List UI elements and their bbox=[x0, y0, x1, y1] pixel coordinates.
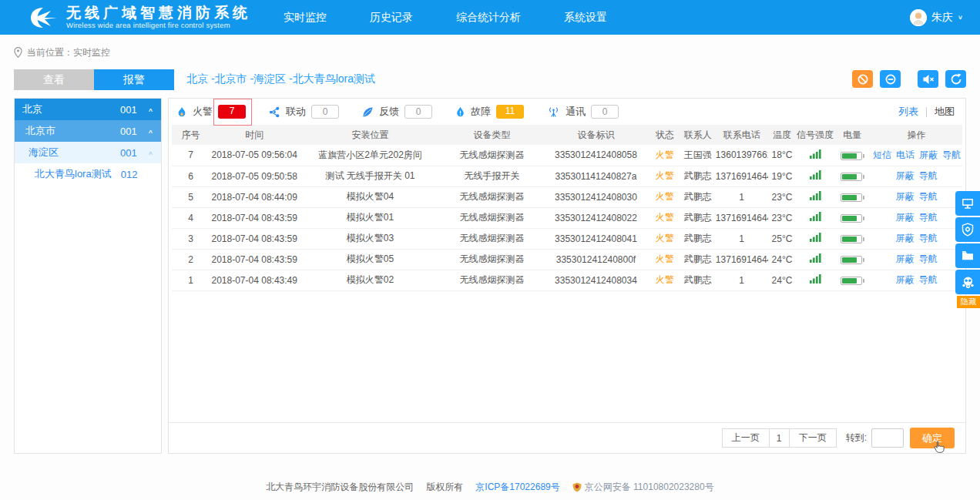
tree-item-2[interactable]: 海淀区001∧ bbox=[15, 142, 161, 163]
tree-item-1[interactable]: 北京市001∧ bbox=[15, 120, 161, 142]
battery-icon bbox=[841, 214, 862, 223]
refresh-button[interactable] bbox=[945, 70, 966, 88]
tree-item-3[interactable]: 北大青鸟lora测试012 bbox=[15, 163, 161, 185]
filter-联动[interactable]: 联动0 bbox=[269, 105, 339, 119]
filter-火警[interactable]: 火警7 bbox=[176, 105, 246, 119]
goto-page-input[interactable] bbox=[871, 428, 904, 448]
next-page-button[interactable]: 下一页 bbox=[789, 428, 837, 448]
cell-actions: 屏蔽导航 bbox=[871, 166, 962, 186]
view-switch-divider bbox=[926, 107, 927, 117]
filter-label: 联动 bbox=[286, 105, 306, 119]
view-map-link[interactable]: 地图 bbox=[935, 105, 955, 119]
hide-toolbar-button[interactable]: 隐藏 bbox=[957, 296, 980, 308]
cell-actions: 屏蔽导航 bbox=[871, 270, 962, 290]
action-link-导航[interactable]: 导航 bbox=[918, 253, 937, 264]
alarm-table: 序号时间安装位置设备类型设备标识状态联系人联系电话温度信号强度电量操作 7201… bbox=[172, 125, 962, 291]
folder-button[interactable] bbox=[955, 243, 980, 268]
nav-item-3[interactable]: 系统设置 bbox=[564, 11, 607, 25]
cell-seq: 1 bbox=[172, 270, 210, 290]
filter-count-badge: 0 bbox=[404, 105, 432, 119]
monitor-button[interactable] bbox=[955, 191, 980, 216]
feedback-icon bbox=[362, 106, 374, 118]
action-link-电话[interactable]: 电话 bbox=[896, 149, 915, 160]
cell-seq: 6 bbox=[172, 166, 210, 186]
current-page-button[interactable]: 1 bbox=[769, 428, 790, 448]
battery-icon bbox=[841, 235, 862, 243]
tree-item-0[interactable]: 北京001∧ bbox=[15, 99, 161, 120]
action-link-屏蔽[interactable]: 屏蔽 bbox=[895, 253, 914, 264]
action-link-屏蔽[interactable]: 屏蔽 bbox=[895, 170, 914, 181]
cell-status: 火警 bbox=[649, 228, 680, 249]
col-header-2: 安装位置 bbox=[299, 125, 441, 145]
col-header-8: 温度 bbox=[768, 125, 797, 145]
cell-location: 测试 无线手报开关 01 bbox=[299, 166, 441, 186]
action-link-导航[interactable]: 导航 bbox=[918, 212, 937, 223]
col-header-7: 联系电话 bbox=[716, 125, 768, 145]
region-path: 北京 -北京市 -海淀区 -北大青鸟lora测试 bbox=[186, 72, 375, 90]
filter-通讯[interactable]: 通讯0 bbox=[547, 105, 619, 119]
cell-time: 2018-07-05 09:56:04 bbox=[210, 145, 299, 166]
gas-mask-button[interactable] bbox=[955, 270, 980, 294]
icp-link[interactable]: 京ICP备17022689号 bbox=[475, 481, 559, 494]
minus-circle-button[interactable] bbox=[880, 70, 901, 88]
cell-device_id: 335301241240800f bbox=[542, 249, 649, 270]
cell-battery bbox=[834, 166, 871, 186]
tabs-row: 查看 报警 北京 -北京市 -海淀区 -北大青鸟lora测试 bbox=[14, 69, 966, 90]
cell-status: 火警 bbox=[649, 166, 680, 186]
brand: 无线广域智慧消防系统 Wireless wide area intelligen… bbox=[28, 5, 251, 29]
view-list-link[interactable]: 列表 bbox=[898, 105, 918, 119]
col-header-6: 联系人 bbox=[680, 125, 716, 145]
signal-icon bbox=[810, 191, 821, 200]
cell-device_id: 335301141240827a bbox=[542, 166, 649, 186]
chevron-down-icon: ∨ bbox=[958, 14, 963, 21]
cell-phone: 1 bbox=[716, 270, 768, 290]
nav-item-0[interactable]: 实时监控 bbox=[284, 11, 327, 25]
filter-label: 火警 bbox=[193, 105, 213, 119]
user-menu[interactable]: 朱庆 ∨ bbox=[910, 9, 963, 26]
battery-nub bbox=[863, 258, 864, 262]
battery-icon bbox=[841, 277, 862, 285]
cell-seq: 5 bbox=[172, 186, 210, 207]
filter-count-badge: 0 bbox=[311, 105, 339, 119]
action-link-屏蔽[interactable]: 屏蔽 bbox=[895, 212, 914, 223]
battery-icon bbox=[841, 256, 862, 264]
action-link-屏蔽[interactable]: 屏蔽 bbox=[895, 191, 914, 202]
nav-item-2[interactable]: 综合统计分析 bbox=[456, 11, 521, 25]
tab-view[interactable]: 查看 bbox=[14, 69, 94, 90]
action-link-导航[interactable]: 导航 bbox=[918, 170, 937, 181]
table-row: 42018-07-04 08:43:59模拟火警01无线感烟探测器3353012… bbox=[172, 207, 962, 228]
tab-alarm[interactable]: 报警 bbox=[94, 69, 174, 90]
nav-item-1[interactable]: 历史记录 bbox=[370, 11, 413, 25]
filter-反馈[interactable]: 反馈0 bbox=[362, 105, 432, 119]
cell-location: 模拟火警05 bbox=[299, 249, 441, 270]
confirm-button[interactable]: 确定 bbox=[910, 428, 955, 448]
action-link-屏蔽[interactable]: 屏蔽 bbox=[895, 274, 914, 285]
action-link-导航[interactable]: 导航 bbox=[918, 274, 937, 285]
cell-device_type: 无线感烟探测器 bbox=[441, 270, 542, 290]
action-link-短信[interactable]: 短信 bbox=[873, 149, 891, 160]
action-link-屏蔽[interactable]: 屏蔽 bbox=[919, 149, 938, 160]
action-link-导航[interactable]: 导航 bbox=[918, 233, 937, 243]
filter-count-badge: 11 bbox=[496, 105, 524, 119]
cell-device_id: 3353012412408058 bbox=[542, 145, 649, 166]
battery-fill bbox=[842, 153, 857, 159]
cell-time: 2018-07-04 08:43:49 bbox=[210, 270, 299, 290]
tree-item-label: 北大青鸟lora测试 bbox=[35, 167, 112, 181]
cell-temperature: 25°C bbox=[768, 228, 797, 249]
battery-icon bbox=[841, 173, 862, 181]
action-link-导航[interactable]: 导航 bbox=[918, 191, 937, 202]
ban-button[interactable] bbox=[852, 70, 873, 88]
goto-label: 转到: bbox=[846, 431, 867, 445]
action-link-导航[interactable]: 导航 bbox=[942, 149, 961, 160]
cell-device_id: 3353012412408034 bbox=[542, 270, 649, 290]
police-link[interactable]: 京公网安备 11010802023280号 bbox=[572, 481, 714, 494]
mute-button[interactable] bbox=[918, 70, 938, 88]
app-title: 无线广域智慧消防系统 bbox=[66, 5, 251, 21]
filter-故障[interactable]: 故障11 bbox=[455, 105, 524, 119]
cell-signal bbox=[796, 270, 834, 290]
action-link-屏蔽[interactable]: 屏蔽 bbox=[895, 233, 914, 243]
cell-device_id: 3353012412408041 bbox=[542, 228, 649, 249]
filter-count-badge: 0 bbox=[591, 105, 619, 119]
shield-gear-button[interactable] bbox=[955, 217, 980, 242]
prev-page-button[interactable]: 上一页 bbox=[722, 428, 770, 448]
